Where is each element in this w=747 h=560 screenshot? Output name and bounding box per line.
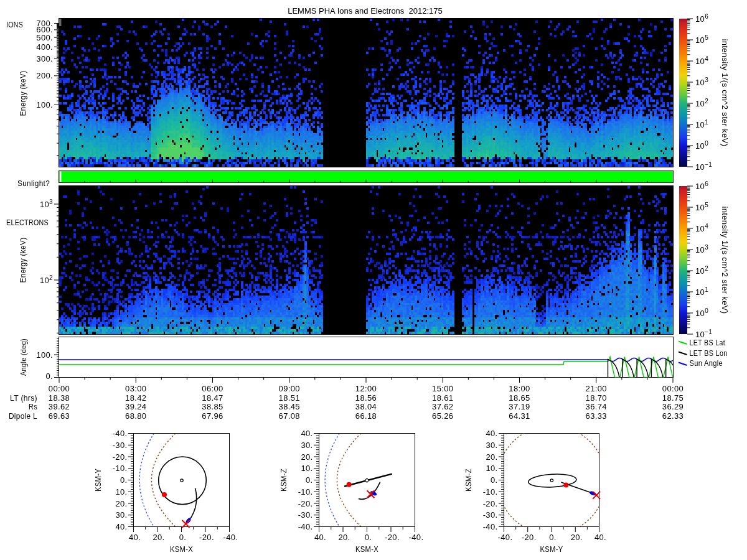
svg-text:40.: 40.	[301, 429, 312, 438]
svg-text:20.: 20.	[115, 499, 127, 508]
svg-text:ELECTRONS: ELECTRONS	[6, 218, 49, 227]
svg-text:64.31: 64.31	[509, 411, 530, 421]
svg-text:LET BS Lon: LET BS Lon	[690, 349, 728, 358]
svg-text:20.: 20.	[338, 533, 350, 542]
svg-text:38.45: 38.45	[279, 402, 300, 411]
svg-text:Rs: Rs	[29, 402, 37, 411]
svg-text:39.24: 39.24	[125, 402, 146, 411]
svg-text:38.04: 38.04	[355, 402, 377, 411]
svg-text:-20.: -20.	[113, 452, 128, 462]
svg-text:10.: 10.	[301, 464, 312, 473]
svg-text:40.: 40.	[314, 533, 326, 542]
svg-text:18.38: 18.38	[49, 393, 70, 403]
svg-text:-40.: -40.	[113, 429, 128, 438]
svg-text:09:00: 09:00	[279, 384, 300, 393]
svg-text:103: 103	[40, 198, 53, 209]
svg-text:68.80: 68.80	[125, 411, 146, 421]
svg-text:40.: 40.	[486, 429, 497, 438]
svg-text:Sunlight?: Sunlight?	[17, 179, 50, 188]
svg-text:KSM-X: KSM-X	[170, 544, 193, 554]
svg-text:-20.: -20.	[385, 533, 400, 542]
svg-text:-10.: -10.	[483, 487, 498, 497]
svg-text:intensity 1/(s cm^2 ster keV): intensity 1/(s cm^2 ster keV)	[720, 206, 730, 314]
svg-text:18.56: 18.56	[355, 393, 377, 403]
svg-text:KSM-Y: KSM-Y	[540, 544, 563, 554]
svg-text:Energy (keV): Energy (keV)	[18, 238, 27, 283]
svg-text:100.: 100.	[36, 100, 53, 110]
svg-text:36.74: 36.74	[586, 402, 607, 411]
svg-text:03:00: 03:00	[125, 384, 146, 393]
svg-text:30.: 30.	[115, 510, 127, 520]
svg-text:18.61: 18.61	[432, 393, 453, 403]
svg-text:-20.: -20.	[522, 533, 537, 542]
svg-text:LEMMS PHA Ions and Electrons: LEMMS PHA Ions and Electrons 2012:175	[288, 6, 443, 16]
svg-text:65.26: 65.26	[432, 411, 453, 421]
svg-text:-40.: -40.	[409, 533, 424, 542]
svg-text:0.: 0.	[306, 475, 313, 485]
svg-text:101: 101	[695, 286, 708, 297]
svg-text:21:00: 21:00	[586, 384, 607, 393]
svg-text:100: 100	[695, 307, 708, 318]
svg-text:10−1: 10−1	[695, 161, 712, 172]
svg-text:0.: 0.	[491, 475, 498, 485]
svg-text:10−1: 10−1	[695, 329, 712, 339]
svg-text:30.: 30.	[486, 441, 497, 450]
svg-text:LET BS Lat: LET BS Lat	[690, 338, 726, 347]
svg-text:106: 106	[695, 180, 708, 191]
svg-text:37.62: 37.62	[432, 402, 453, 411]
svg-text:38.85: 38.85	[202, 402, 223, 411]
svg-text:Angle (deg): Angle (deg)	[19, 338, 28, 376]
svg-text:intensity 1/(s cm^2 ster keV): intensity 1/(s cm^2 ster keV)	[720, 39, 730, 146]
svg-text:66.18: 66.18	[355, 411, 377, 421]
svg-text:-20.: -20.	[199, 533, 214, 542]
svg-text:36.29: 36.29	[662, 402, 684, 411]
svg-text:18.70: 18.70	[586, 393, 607, 403]
svg-text:67.08: 67.08	[279, 411, 300, 421]
svg-text:18.51: 18.51	[279, 393, 300, 403]
svg-text:104: 104	[695, 55, 708, 66]
svg-text:18.65: 18.65	[509, 393, 530, 403]
svg-text:39.62: 39.62	[49, 402, 70, 411]
svg-text:100: 100	[695, 140, 708, 151]
svg-text:103: 103	[695, 77, 708, 87]
svg-text:-40.: -40.	[483, 522, 498, 531]
svg-text:0.: 0.	[45, 371, 53, 381]
svg-text:40.: 40.	[594, 533, 606, 542]
svg-text:-10.: -10.	[298, 487, 313, 497]
svg-text:67.96: 67.96	[202, 411, 223, 421]
svg-text:IONS: IONS	[6, 20, 23, 29]
svg-text:-40.: -40.	[298, 522, 313, 531]
svg-text:18.47: 18.47	[202, 393, 223, 403]
svg-text:12:00: 12:00	[355, 384, 377, 393]
svg-text:18.42: 18.42	[125, 393, 146, 403]
svg-text:0.: 0.	[365, 533, 372, 542]
svg-text:10.: 10.	[115, 487, 127, 497]
svg-text:0.: 0.	[549, 533, 557, 542]
svg-text:10.: 10.	[486, 464, 497, 473]
svg-text:06:00: 06:00	[202, 384, 223, 393]
svg-text:500.: 500.	[36, 33, 53, 42]
svg-text:104: 104	[695, 223, 708, 233]
svg-text:Energy (keV): Energy (keV)	[18, 71, 27, 116]
svg-text:102: 102	[695, 265, 708, 276]
svg-text:200.: 200.	[36, 71, 53, 80]
svg-text:KSM-X: KSM-X	[355, 544, 378, 554]
svg-text:102: 102	[695, 98, 708, 108]
svg-text:KSM-Z: KSM-Z	[464, 469, 473, 492]
svg-text:-40.: -40.	[498, 533, 513, 542]
svg-text:00:00: 00:00	[662, 384, 684, 393]
svg-text:37.19: 37.19	[509, 402, 530, 411]
svg-text:-10.: -10.	[113, 464, 128, 473]
svg-text:101: 101	[695, 119, 708, 129]
svg-text:105: 105	[695, 34, 708, 45]
svg-text:KSM-Y: KSM-Y	[93, 469, 103, 492]
svg-text:30.: 30.	[301, 441, 312, 450]
svg-text:15:00: 15:00	[432, 384, 453, 393]
svg-text:62.33: 62.33	[662, 411, 684, 421]
svg-text:-20.: -20.	[483, 499, 498, 508]
svg-text:-30.: -30.	[298, 510, 313, 520]
svg-text:0.: 0.	[120, 475, 128, 485]
svg-text:20.: 20.	[486, 452, 497, 462]
svg-text:40.: 40.	[115, 522, 127, 531]
svg-text:300.: 300.	[36, 54, 53, 63]
